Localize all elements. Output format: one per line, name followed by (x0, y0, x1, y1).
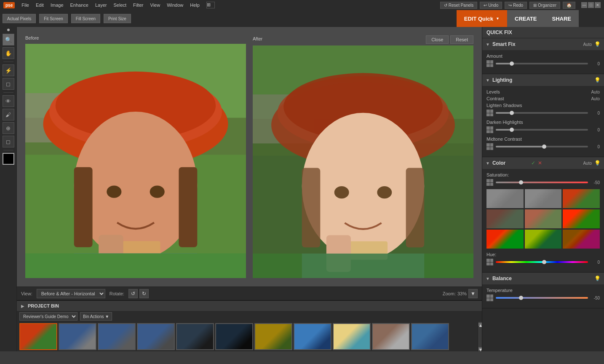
contrast-auto[interactable]: Auto (591, 96, 600, 101)
lighten-shadows-slider[interactable] (496, 112, 588, 114)
undo-button[interactable]: ↩ Undo (480, 2, 502, 9)
temperature-label-row: Temperature (486, 288, 600, 293)
clone-tool[interactable]: ⊕ (3, 122, 14, 134)
thumbnail-9[interactable] (333, 323, 371, 350)
saturation-slider[interactable] (496, 182, 588, 183)
actual-pixels-button[interactable]: Actual Pixels (3, 14, 36, 23)
close-button[interactable]: Close (426, 35, 449, 44)
hand-tool[interactable]: ✋ (3, 47, 14, 59)
color-header[interactable]: ▼ Color ✓ ✕ Auto 💡 (482, 157, 604, 169)
saturation-slider-row: -50 (486, 179, 600, 186)
reset-panels-button[interactable]: ↺ Reset Panels (440, 2, 477, 9)
print-size-button[interactable]: Print Size (104, 14, 131, 23)
rotate-cw-button[interactable]: ↻ (139, 289, 149, 298)
organizer-button[interactable]: ⊞ Organizer (529, 2, 560, 9)
temperature-slider[interactable] (496, 297, 588, 299)
amount-thumb[interactable] (510, 62, 514, 66)
bin-scroll-up[interactable]: ▲ (478, 323, 482, 326)
thumbnail-5[interactable] (176, 323, 214, 350)
bin-scroll-down[interactable]: ▼ (478, 347, 482, 351)
color-thumb-5[interactable] (563, 209, 600, 228)
svg-rect-16 (25, 253, 246, 278)
thumbnail-7[interactable] (254, 323, 292, 350)
tab-create[interactable]: CREATE (507, 10, 544, 27)
hue-value: 0 (591, 260, 600, 265)
hue-thumb[interactable] (542, 260, 546, 264)
menu-edit[interactable]: Edit (33, 2, 46, 8)
menu-layer[interactable]: Layer (93, 2, 110, 8)
view-select[interactable]: Before & After - Horizontal (37, 289, 105, 298)
menu-window[interactable]: Window (164, 2, 186, 8)
lighting-header[interactable]: ▼ Lighting 💡 (482, 74, 604, 86)
tab-share[interactable]: SHARE (544, 10, 579, 27)
red-eye-tool[interactable]: 👁 (3, 95, 14, 107)
color-thumb-6[interactable] (486, 230, 524, 249)
color-thumb-8[interactable] (563, 230, 600, 249)
window-maximize[interactable]: □ (588, 2, 594, 8)
color-thumb-4[interactable] (525, 209, 562, 228)
midtone-thumb[interactable] (542, 145, 546, 149)
panel-toggle[interactable]: ⊞ (206, 2, 215, 8)
zoom-area: Zoom: 33% ▼ (443, 289, 478, 298)
brush-tool[interactable]: 🖌 (3, 109, 14, 120)
fit-screen-button[interactable]: Fit Screen (39, 14, 68, 23)
thumbnail-11[interactable] (411, 323, 449, 350)
magic-wand-tool[interactable]: ⚡ (3, 64, 14, 76)
bin-actions-button[interactable]: Bin Actions ▼ (80, 312, 112, 321)
edit-dropdown-arrow: ▼ (496, 16, 500, 21)
color-title: Color (492, 160, 529, 166)
color-x-icon[interactable]: ✕ (538, 160, 542, 166)
midtone-contrast-slider[interactable] (496, 146, 588, 147)
smart-fix-header[interactable]: ▼ Smart Fix Auto 💡 (482, 38, 604, 50)
fill-screen-button[interactable]: Fill Screen (71, 14, 100, 23)
window-close[interactable]: ✕ (595, 2, 601, 8)
redo-button[interactable]: ↪ Redo (505, 2, 527, 9)
darken-thumb[interactable] (510, 128, 514, 132)
selection-tool[interactable]: ◻ (3, 78, 14, 90)
saturation-thumb[interactable] (519, 180, 523, 185)
window-minimize[interactable]: — (581, 2, 587, 8)
temperature-thumb[interactable] (519, 296, 523, 300)
foreground-color[interactable] (3, 153, 14, 165)
eraser-tool[interactable]: ◻ (3, 136, 14, 147)
menu-help[interactable]: Help (187, 2, 202, 8)
bin-title: PROJECT BIN (28, 303, 59, 308)
thumbnail-2[interactable] (59, 323, 96, 350)
lighten-thumb[interactable] (510, 111, 514, 115)
zoom-tool[interactable]: 🔍 (3, 34, 14, 46)
project-select[interactable]: Reviewer's Guide Demo (19, 312, 78, 321)
bin-collapse-icon[interactable]: ▶ (21, 304, 24, 308)
temperature-slider-row: -50 (486, 294, 600, 301)
color-thumb-2[interactable] (563, 189, 600, 208)
contrast-label: Contrast (486, 96, 504, 101)
rotate-ccw-button[interactable]: ↺ (128, 289, 138, 298)
thumbnail-3[interactable] (98, 323, 136, 350)
zoom-dropdown-button[interactable]: ▼ (468, 289, 478, 298)
midtone-contrast-slider-row: 0 (486, 143, 600, 150)
color-auto[interactable]: Auto (583, 161, 592, 166)
home-button[interactable]: 🏠 (563, 2, 575, 9)
menu-enhance[interactable]: Enhance (68, 2, 91, 8)
thumbnail-6[interactable] (215, 323, 253, 350)
reset-button[interactable]: Reset (450, 35, 473, 44)
menu-file[interactable]: File (19, 2, 32, 8)
menu-image[interactable]: Image (48, 2, 66, 8)
darken-highlights-slider[interactable] (496, 129, 588, 131)
menu-filter[interactable]: Filter (131, 2, 146, 8)
color-thumb-1[interactable] (525, 189, 562, 208)
amount-slider[interactable] (496, 63, 588, 64)
thumbnail-1[interactable] (19, 323, 57, 350)
tab-edit-quick[interactable]: EDIT Quick ▼ (457, 10, 507, 27)
thumbnail-4[interactable] (137, 323, 175, 350)
amount-label: Amount (486, 54, 600, 59)
color-thumb-7[interactable] (525, 230, 562, 249)
menu-select[interactable]: Select (111, 2, 129, 8)
color-thumb-3[interactable] (486, 209, 524, 228)
menu-view[interactable]: View (148, 2, 163, 8)
thumbnail-8[interactable] (294, 323, 331, 350)
color-thumb-0[interactable] (486, 189, 524, 208)
thumbnail-10[interactable] (372, 323, 410, 350)
levels-auto[interactable]: Auto (591, 90, 600, 94)
balance-header[interactable]: ▼ Balance 💡 (482, 273, 604, 284)
hue-slider[interactable] (496, 261, 588, 263)
